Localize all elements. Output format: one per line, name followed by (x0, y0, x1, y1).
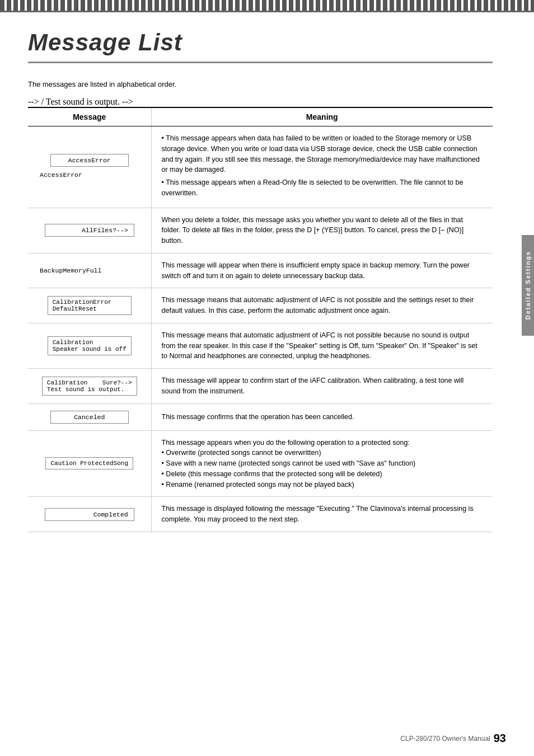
side-tab: Detailed Settings (522, 235, 534, 336)
table-row: Canceled This message confirms that the … (28, 403, 493, 430)
message-cell: Canceled (28, 403, 151, 430)
meaning-cell: This message confirms that the operation… (151, 403, 493, 430)
table-row: BackupMemoryFull This message will appea… (28, 253, 493, 288)
msg-display: Canceled (50, 411, 129, 424)
msg-display: AllFiles?--> (45, 224, 134, 237)
table-header-row: Message Meaning (28, 107, 493, 126)
meaning-cell: This message will appear to confirm star… (151, 369, 493, 404)
msg-display: CalibrationErrorDefaultReset (48, 296, 132, 315)
meaning-cell: This message means that automatic adjust… (151, 288, 493, 323)
message-cell: AccessError AccessError (28, 126, 151, 208)
meaning-cell: This message appears when you do the fol… (151, 430, 493, 497)
message-cell: Completed (28, 497, 151, 532)
table-row: CalibrationSpeaker sound is off This mes… (28, 323, 493, 368)
side-tab-label: Detailed Settings (524, 251, 531, 320)
footer-manual-text: CLP-280/270 Owner's Manual (400, 735, 490, 743)
meaning-cell: This message appears when data has faile… (151, 126, 493, 208)
table-row: Caution ProtectedSong This message appea… (28, 430, 493, 497)
message-cell: CalibrationSpeaker sound is off (28, 323, 151, 368)
msg-plain: AccessError (36, 170, 143, 180)
table-row: AllFiles?--> When you delete a folder, t… (28, 208, 493, 253)
msg-display: Completed (45, 508, 134, 521)
footer-page-number: 93 (494, 732, 506, 745)
message-cell: AllFiles?--> (28, 208, 151, 253)
meaning-cell: This message means that automatic adjust… (151, 323, 493, 368)
meaning-item: This message appears when data has faile… (162, 133, 483, 175)
table-row: AccessError AccessError This message app… (28, 126, 493, 208)
title-divider (28, 62, 493, 63)
page-title: Message List (28, 29, 493, 56)
message-cell: Caution ProtectedSong (28, 430, 151, 497)
meaning-item: This message appears when a Read-Only fi… (162, 177, 483, 199)
meaning-cell: This message is displayed following the … (151, 497, 493, 532)
message-cell: BackupMemoryFull (28, 253, 151, 288)
table-row: Completed This message is displayed foll… (28, 497, 493, 532)
msg-display: CalibrationSpeaker sound is off (48, 336, 132, 355)
top-decorative-bar (0, 0, 534, 12)
message-cell: Calibration Sure?-->Test sound is output… (28, 369, 151, 404)
intro-text: The messages are listed in alphabetical … (28, 80, 493, 88)
message-cell: CalibrationErrorDefaultReset (28, 288, 151, 323)
msg-display: Calibration Sure?-->Test sound is output… (42, 377, 137, 396)
table-row: CalibrationErrorDefaultReset This messag… (28, 288, 493, 323)
table-row: Calibration Sure?-->Test sound is output… (28, 369, 493, 404)
meaning-cell: When you delete a folder, this message a… (151, 208, 493, 253)
col-meaning-header: Meaning (151, 107, 493, 126)
meaning-cell: This message will appear when there is i… (151, 253, 493, 288)
message-table: Message Meaning AccessError AccessError … (28, 107, 493, 532)
msg-display: AccessError (50, 154, 129, 167)
page-footer: CLP-280/270 Owner's Manual 93 (400, 732, 506, 745)
col-message-header: Message (28, 107, 151, 126)
msg-display: BackupMemoryFull (36, 266, 143, 275)
msg-display: Caution ProtectedSong (45, 457, 133, 469)
